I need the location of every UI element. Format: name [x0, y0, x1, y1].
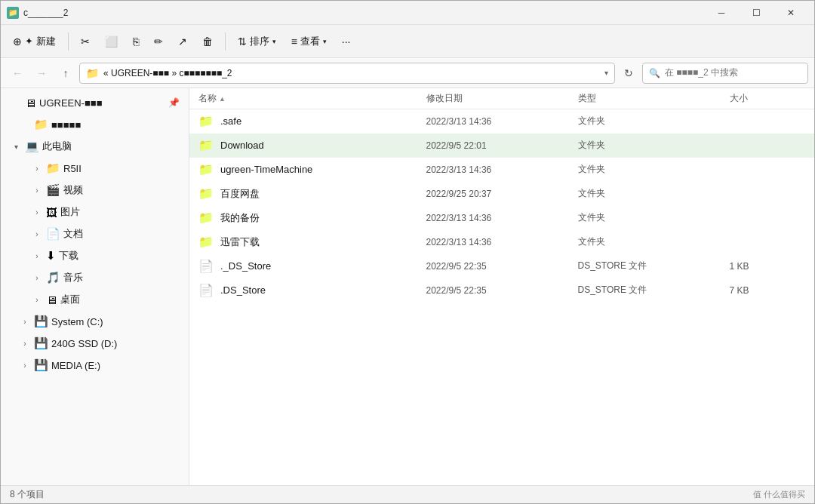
expand-icon-downloads: ›: [31, 250, 43, 262]
file-icon-safe: 📁: [198, 114, 214, 128]
sidebar-label-ssd240: 240G SSD (D:): [51, 338, 180, 349]
sort-label: 排序: [250, 35, 269, 48]
folder-icon-desktop: 🖥: [46, 293, 57, 306]
file-date-dsstore1: 2022/9/5 22:35: [426, 261, 578, 272]
toolbar-separator-1: [68, 32, 69, 51]
col-size-header: 大小: [730, 92, 806, 105]
expand-icon-sysc: ›: [19, 315, 31, 327]
sort-icon: ⇅: [238, 35, 247, 48]
col-type-header: 类型: [578, 92, 730, 105]
sidebar-item-video[interactable]: ›🎬视频: [4, 180, 186, 201]
sidebar-item-docs[interactable]: ›📄文档: [4, 223, 186, 244]
delete-button[interactable]: 🗑: [196, 32, 219, 51]
file-icon-backup: 📁: [198, 211, 214, 225]
folder-icon-ssd240: 💾: [34, 337, 48, 350]
expand-icon-thispc: ▾: [10, 140, 22, 152]
file-date-backup: 2022/3/13 14:36: [426, 213, 578, 223]
main-area: 🖥UGREEN-■■■📌📁■■■■■▾💻此电脑›📁R5II›🎬视频›🖼图片›📄文…: [1, 88, 814, 485]
up-button[interactable]: ↑: [55, 63, 76, 84]
file-name-cell-dsstore1: 📄._DS_Store: [198, 259, 426, 273]
file-name-safe: .safe: [220, 115, 241, 127]
sidebar-item-pictures[interactable]: ›🖼图片: [4, 201, 186, 223]
folder-icon-pictures: 🖼: [46, 206, 57, 219]
sidebar-label-video: 视频: [63, 183, 180, 197]
file-type-download: 文件夹: [578, 139, 730, 152]
expand-icon-pictures: ›: [31, 206, 43, 218]
sidebar-label-sysc: System (C:): [51, 316, 180, 327]
window-title: c_______2: [23, 8, 704, 18]
file-row-thunder[interactable]: 📁迅雷下载2022/3/13 14:36文件夹: [189, 230, 814, 254]
file-row-timemachine[interactable]: 📁ugreen-TimeMachine2022/3/13 14:36文件夹: [189, 158, 814, 182]
folder-icon-r5ii: 📁: [46, 161, 60, 175]
sidebar-item-music[interactable]: ›🎵音乐: [4, 267, 186, 288]
file-header: 名称 ▲ 修改日期 类型 大小: [189, 88, 814, 109]
forward-button[interactable]: →: [31, 63, 52, 84]
file-date-download: 2022/9/5 22:01: [426, 140, 578, 151]
share-button[interactable]: ↗: [172, 32, 193, 51]
refresh-button[interactable]: ↻: [618, 63, 639, 84]
sort-button[interactable]: ⇅ 排序 ▾: [232, 32, 282, 51]
delete-icon: 🗑: [202, 35, 213, 48]
search-box[interactable]: 🔍 在 ■■■■_2 中搜索: [642, 63, 808, 84]
sidebar-item-r5ii[interactable]: ›📁R5II: [4, 158, 186, 179]
address-bar[interactable]: 📁 « UGREEN-■■■ » c■■■■■■■_2 ▾: [79, 63, 615, 84]
file-name-cell-safe: 📁.safe: [198, 114, 426, 128]
sidebar-item-thispc[interactable]: ▾💻此电脑: [4, 136, 186, 157]
cut-button[interactable]: ✂: [75, 32, 96, 51]
new-button[interactable]: ⊕ ✦ 新建: [7, 32, 62, 51]
sidebar-item-sysc[interactable]: ›💾System (C:): [4, 311, 186, 332]
view-button[interactable]: ≡ 查看 ▾: [285, 32, 333, 51]
sidebar-item-desktop[interactable]: ›🖥桌面: [4, 289, 186, 310]
sidebar-label-docs: 文档: [63, 227, 180, 241]
sidebar-item-ugreen[interactable]: 🖥UGREEN-■■■📌: [4, 92, 186, 113]
file-icon-thunder: 📁: [198, 235, 214, 249]
file-row-download[interactable]: 📁Download2022/9/5 22:01文件夹: [189, 134, 814, 158]
sidebar-item-blurred1[interactable]: 📁■■■■■: [4, 114, 186, 135]
folder-icon-video: 🎬: [46, 183, 60, 197]
minimize-button[interactable]: ─: [704, 1, 739, 25]
file-name-dsstore2: .DS_Store: [220, 284, 266, 296]
file-name-download: Download: [220, 140, 264, 151]
expand-icon-ssd240: ›: [19, 337, 31, 349]
file-size-dsstore2: 7 KB: [730, 285, 806, 296]
file-row-safe[interactable]: 📁.safe2022/3/13 14:36文件夹: [189, 109, 814, 134]
folder-icon-sysc: 💾: [34, 315, 48, 328]
file-name-cell-timemachine: 📁ugreen-TimeMachine: [198, 162, 426, 177]
sidebar-label-desktop: 桌面: [60, 293, 180, 306]
share-icon: ↗: [178, 35, 187, 48]
folder-icon-ugreen: 🖥: [25, 97, 36, 109]
view-label: 查看: [300, 35, 320, 48]
new-label: ✦ 新建: [25, 35, 56, 48]
maximize-button[interactable]: ☐: [739, 1, 773, 25]
view-icon: ≡: [291, 35, 297, 48]
file-type-safe: 文件夹: [578, 115, 730, 128]
paste-button[interactable]: ⎘: [127, 32, 145, 51]
file-name-baidupan: 百度网盘: [220, 187, 260, 201]
more-button[interactable]: ···: [336, 32, 357, 51]
expand-icon-r5ii: ›: [31, 162, 43, 174]
cut-icon: ✂: [81, 35, 90, 48]
sidebar-item-media[interactable]: ›💾MEDIA (E:): [4, 355, 186, 376]
file-row-dsstore1[interactable]: 📄._DS_Store2022/9/5 22:35DS_STORE 文件1 KB: [189, 254, 814, 278]
copy-button[interactable]: ⬜: [99, 32, 124, 51]
file-row-baidupan[interactable]: 📁百度网盘2022/9/25 20:37文件夹: [189, 182, 814, 206]
file-date-safe: 2022/3/13 14:36: [426, 116, 578, 127]
close-button[interactable]: ✕: [773, 1, 808, 25]
file-name-cell-baidupan: 📁百度网盘: [198, 186, 426, 201]
file-icon-timemachine: 📁: [198, 162, 214, 177]
file-row-dsstore2[interactable]: 📄.DS_Store2022/9/5 22:35DS_STORE 文件7 KB: [189, 278, 814, 303]
search-icon: 🔍: [649, 68, 660, 78]
plus-icon: ⊕: [13, 35, 22, 48]
more-icon: ···: [342, 35, 351, 48]
rename-button[interactable]: ✏: [148, 32, 169, 51]
file-row-backup[interactable]: 📁我的备份2022/3/13 14:36文件夹: [189, 206, 814, 230]
item-count: 8 个项目: [10, 488, 45, 501]
file-icon-dsstore1: 📄: [198, 259, 214, 273]
back-button[interactable]: ←: [7, 63, 28, 84]
toolbar-separator-2: [225, 32, 226, 51]
sidebar-item-ssd240[interactable]: ›💾240G SSD (D:): [4, 333, 186, 354]
file-name-cell-backup: 📁我的备份: [198, 211, 426, 225]
sidebar-item-downloads[interactable]: ›⬇下载: [4, 245, 186, 266]
view-chevron-icon: ▾: [323, 38, 327, 45]
rename-icon: ✏: [154, 35, 163, 48]
